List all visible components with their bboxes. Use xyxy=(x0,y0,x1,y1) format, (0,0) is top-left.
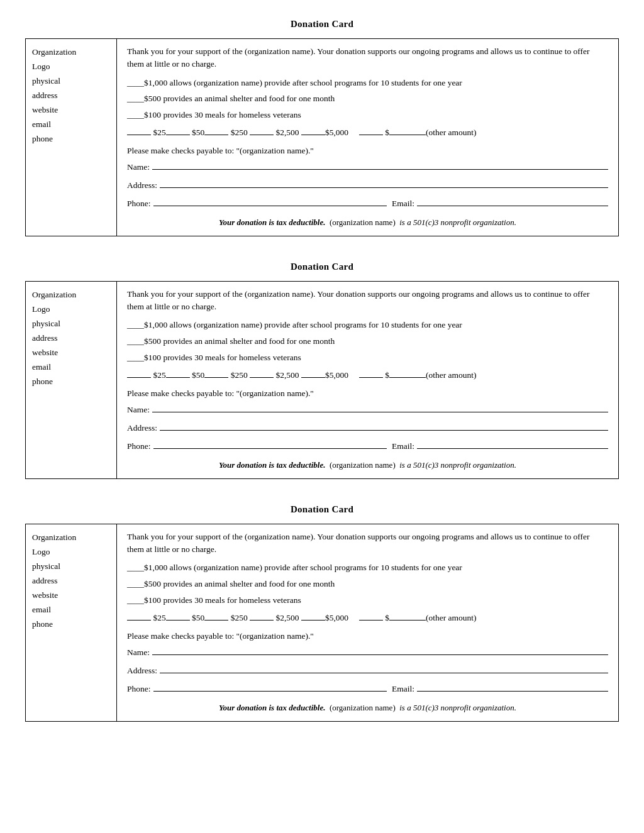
tax-line-3: Your donation is tax deductible. (organi… xyxy=(127,702,608,714)
address-label-3: Address: xyxy=(127,662,157,679)
email-label-2: Email: xyxy=(392,438,414,455)
name-row-3: Name: xyxy=(127,644,608,661)
donation-line-2a: ____$1,000 allows (organization name) pr… xyxy=(127,319,608,331)
amount-line-1: $25 $50 $250 $2,500 $5,000 $(other amoun… xyxy=(127,126,608,140)
tax-italic-bold-2: Your donation is tax deductible. xyxy=(219,460,325,470)
name-label-2: Name: xyxy=(127,401,150,418)
org2-line3: physical xyxy=(32,319,60,328)
tax-org-2: (organization name) xyxy=(330,460,396,470)
checks-label-3: Please make checks payable to: "(organiz… xyxy=(127,631,608,641)
tax-tail-1: is a 501(c)3 nonprofit organization. xyxy=(399,218,516,227)
tax-italic-bold-3: Your donation is tax deductible. xyxy=(219,703,325,712)
tax-tail-2: is a 501(c)3 nonprofit organization. xyxy=(399,460,516,470)
donation-line-3b: ____$500 provides an animal shelter and … xyxy=(127,578,608,590)
card-content-2: Thank you for your support of the (organ… xyxy=(117,282,618,478)
checks-label-1: Please make checks payable to: "(organiz… xyxy=(127,146,608,156)
phone-section-1: Phone: xyxy=(127,195,387,212)
tax-tail-3: is a 501(c)3 nonprofit organization. xyxy=(399,703,516,712)
form-fields-2: Name: Address: Phone: Email: xyxy=(127,401,608,455)
email-section-1: Email: xyxy=(392,195,608,212)
donation-line-1a: ____$1,000 allows (organization name) pr… xyxy=(127,77,608,89)
name-label-3: Name: xyxy=(127,644,150,661)
donation-line-2c: ____$100 provides 30 meals for homeless … xyxy=(127,352,608,364)
email-label-3: Email: xyxy=(392,680,414,697)
org-line2: Logo xyxy=(32,62,50,71)
address-row-1: Address: xyxy=(127,177,608,194)
address-label-1: Address: xyxy=(127,177,157,194)
email-section-3: Email: xyxy=(392,680,608,697)
phone-label-3: Phone: xyxy=(127,680,151,697)
form-fields-1: Name: Address: Phone: Email: xyxy=(127,158,608,212)
name-label-1: Name: xyxy=(127,158,150,175)
address-row-3: Address: xyxy=(127,662,608,679)
org-line5: website xyxy=(32,105,58,114)
org3-line4: address xyxy=(32,576,58,585)
donation-card-2: Donation Card Organization Logo physical… xyxy=(25,262,619,479)
phone-section-2: Phone: xyxy=(127,438,387,455)
intro-text-3: Thank you for your support of the (organ… xyxy=(127,531,608,556)
donation-card-3: Donation Card Organization Logo physical… xyxy=(25,504,619,722)
org3-line6: email xyxy=(32,605,51,614)
donation-line-1b: ____$500 provides an animal shelter and … xyxy=(127,93,608,105)
phone-email-row-2: Phone: Email: xyxy=(127,438,608,455)
donation-line-2b: ____$500 provides an animal shelter and … xyxy=(127,336,608,348)
org2-line6: email xyxy=(32,362,51,372)
donation-line-1c: ____$100 provides 30 meals for homeless … xyxy=(127,109,608,121)
org-line1: Organization xyxy=(32,47,76,57)
card-title-3: Donation Card xyxy=(25,504,619,515)
card-content-1: Thank you for your support of the (organ… xyxy=(117,39,618,236)
tax-org-3: (organization name) xyxy=(330,703,396,712)
intro-text-2: Thank you for your support of the (organ… xyxy=(127,288,608,314)
org3-line5: website xyxy=(32,590,58,600)
tax-line-2: Your donation is tax deductible. (organi… xyxy=(127,460,608,471)
org-logo-box-1: Organization Logo physical address websi… xyxy=(26,39,117,236)
card-title-1: Donation Card xyxy=(25,19,619,30)
phone-label-2: Phone: xyxy=(127,438,151,455)
card-content-3: Thank you for your support of the (organ… xyxy=(117,524,618,721)
donation-line-3c: ____$100 provides 30 meals for homeless … xyxy=(127,595,608,607)
org-logo-box-3: Organization Logo physical address websi… xyxy=(26,524,117,721)
phone-label-1: Phone: xyxy=(127,195,151,212)
org2-line4: address xyxy=(32,333,58,343)
phone-email-row-3: Phone: Email: xyxy=(127,680,608,697)
address-label-2: Address: xyxy=(127,419,157,436)
intro-text-1: Thank you for your support of the (organ… xyxy=(127,45,608,71)
org2-line5: website xyxy=(32,348,58,357)
name-row-2: Name: xyxy=(127,401,608,418)
org2-line1: Organization xyxy=(32,290,76,299)
card-body-1: Organization Logo physical address websi… xyxy=(25,38,619,236)
org2-line2: Logo xyxy=(32,304,50,314)
email-label-1: Email: xyxy=(392,195,414,212)
checks-label-2: Please make checks payable to: "(organiz… xyxy=(127,389,608,399)
email-section-2: Email: xyxy=(392,438,608,455)
card-title-2: Donation Card xyxy=(25,262,619,272)
name-row-1: Name: xyxy=(127,158,608,175)
org3-line3: physical xyxy=(32,561,60,571)
amount-line-3: $25 $50 $250 $2,500 $5,000 $(other amoun… xyxy=(127,611,608,625)
tax-line-1: Your donation is tax deductible. (organi… xyxy=(127,217,608,228)
address-row-2: Address: xyxy=(127,419,608,436)
org-line4: address xyxy=(32,91,58,100)
form-fields-3: Name: Address: Phone: Email: xyxy=(127,644,608,697)
org-logo-box-2: Organization Logo physical address websi… xyxy=(26,282,117,478)
card-body-2: Organization Logo physical address websi… xyxy=(25,281,619,479)
tax-org-1: (organization name) xyxy=(330,218,396,227)
card-body-3: Organization Logo physical address websi… xyxy=(25,524,619,722)
amount-line-2: $25 $50 $250 $2,500 $5,000 $(other amoun… xyxy=(127,368,608,382)
org-line6: email xyxy=(32,119,51,129)
org-line7: phone xyxy=(32,134,53,143)
org3-line7: phone xyxy=(32,619,53,629)
phone-email-row-1: Phone: Email: xyxy=(127,195,608,212)
org2-line7: phone xyxy=(32,377,53,386)
donation-line-3a: ____$1,000 allows (organization name) pr… xyxy=(127,562,608,574)
phone-section-3: Phone: xyxy=(127,680,387,697)
donation-card-1: Donation Card Organization Logo physical… xyxy=(25,19,619,236)
tax-italic-bold-1: Your donation is tax deductible. xyxy=(219,218,325,227)
org3-line2: Logo xyxy=(32,547,50,556)
org3-line1: Organization xyxy=(32,532,76,542)
org-line3: physical xyxy=(32,76,60,86)
